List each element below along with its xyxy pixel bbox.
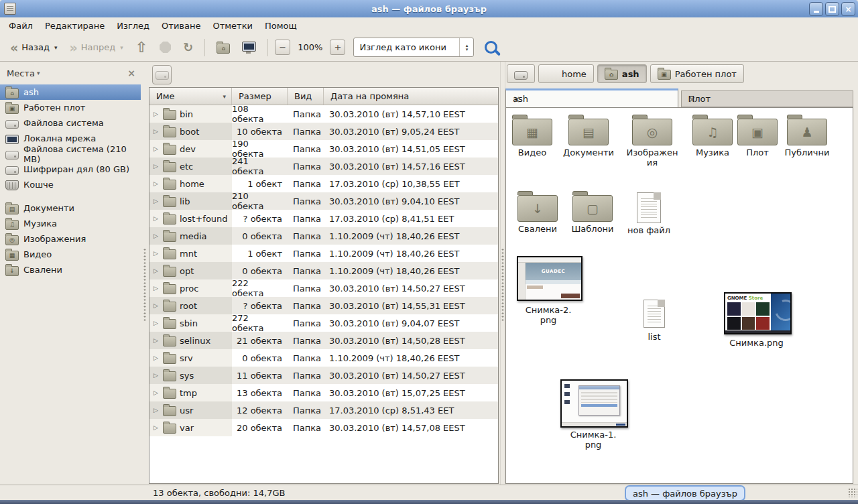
table-row[interactable]: ▷ opt 0 обекта Папка 1.10.2009 (чт) 18,4… <box>149 262 498 279</box>
expander-icon[interactable]: ▷ <box>154 355 160 361</box>
resize-grip[interactable] <box>848 488 857 497</box>
view-mode-select[interactable]: Изглед като икони ▴▾ <box>353 38 474 57</box>
maximize-button[interactable] <box>825 2 839 16</box>
file-item-public[interactable]: ♟ Публични <box>781 113 833 158</box>
table-row[interactable]: ▷ root ? обекта Папка 30.03.2010 (вт) 14… <box>149 297 498 314</box>
file-item-pictures[interactable]: ◎ Изображения <box>626 113 678 168</box>
table-row[interactable]: ▷ dev 190 обекта Папка 30.03.2010 (вт) 1… <box>149 140 498 158</box>
table-row[interactable]: ▷ lib 210 обекта Папка 30.03.2010 (вт) 9… <box>149 192 498 210</box>
expander-icon[interactable]: ▷ <box>154 215 160 222</box>
taskbar-window-button[interactable]: ash — файлов браузър <box>625 485 745 501</box>
home-button[interactable]: ⌂ <box>212 39 235 56</box>
up-button[interactable]: ⇧ <box>131 40 152 55</box>
expander-icon[interactable]: ▷ <box>154 128 160 135</box>
computer-button[interactable] <box>237 39 261 56</box>
menu-item[interactable]: Редактиране <box>39 19 111 33</box>
table-row[interactable]: ▷ media 0 обекта Папка 1.10.2009 (чт) 18… <box>149 227 498 245</box>
pathbar-button[interactable]: ⌂ ash <box>597 64 647 83</box>
column-header-size[interactable]: Размер <box>232 88 288 105</box>
column-header-type[interactable]: Вид <box>288 88 324 105</box>
sidebar-item[interactable]: Файлова система <box>0 115 141 131</box>
menu-item[interactable]: Помощ <box>259 19 303 33</box>
file-item-new-file[interactable]: нов файл <box>623 190 675 235</box>
file-item-video[interactable]: ▦ Видео <box>506 113 558 158</box>
file-item-snimka1-thumbnail[interactable] <box>560 379 628 428</box>
forward-button[interactable]: » Напред ▾ <box>64 40 127 55</box>
sidebar-item[interactable]: ▤ Документи <box>0 200 141 216</box>
close-button[interactable]: × <box>841 2 855 16</box>
root-location-button[interactable] <box>152 65 172 84</box>
column-header-name[interactable]: Име▾ <box>149 88 232 105</box>
search-icon[interactable] <box>485 41 497 54</box>
table-row[interactable]: ▷ proc 222 обекта Папка 30.03.2010 (вт) … <box>149 279 498 297</box>
table-row[interactable]: ▷ selinux 21 обекта Папка 30.03.2010 (вт… <box>149 332 498 349</box>
expander-icon[interactable]: ▷ <box>154 233 160 239</box>
file-label[interactable]: Снимка.png <box>717 338 796 348</box>
expander-icon[interactable]: ▷ <box>154 267 160 274</box>
stop-button[interactable] <box>155 39 176 56</box>
expander-icon[interactable]: ▷ <box>154 250 160 257</box>
expander-icon[interactable]: ▷ <box>154 424 160 431</box>
sidebar-item[interactable]: ▦ Видео <box>0 247 141 262</box>
back-history-dropdown-icon[interactable]: ▾ <box>54 44 58 51</box>
expander-icon[interactable]: ▷ <box>154 111 160 117</box>
places-close-icon[interactable]: × <box>127 68 135 78</box>
table-row[interactable]: ▷ boot 10 обекта Папка 30.03.2010 (вт) 9… <box>149 123 498 140</box>
file-item-snimka-thumbnail[interactable]: GNOME Store <box>724 292 792 334</box>
back-button[interactable]: « Назад ▾ <box>5 40 62 55</box>
expander-icon[interactable]: ▷ <box>154 163 160 170</box>
file-item-documents[interactable]: ▤ Документи <box>562 113 615 158</box>
expander-icon[interactable]: ▷ <box>154 285 160 292</box>
expander-icon[interactable]: ▷ <box>154 320 160 326</box>
menu-item[interactable]: Файл <box>3 19 39 33</box>
expander-icon[interactable]: ▷ <box>154 337 160 344</box>
file-label[interactable]: Снимка-2.png <box>517 305 580 325</box>
pathbar-button[interactable]: home <box>538 64 594 83</box>
sidebar-item[interactable]: Файлова система (210 MB) <box>0 146 141 162</box>
sidebar-item[interactable]: ▣ Работен плот <box>0 100 141 115</box>
file-label[interactable]: Снимка-1.png <box>570 430 617 450</box>
sidebar-splitter[interactable] <box>141 62 148 485</box>
column-header-date[interactable]: Дата на промяна <box>324 88 498 105</box>
expander-icon[interactable]: ▷ <box>154 407 160 414</box>
table-row[interactable]: ▷ bin 108 обекта Папка 30.03.2010 (вт) 1… <box>149 105 498 123</box>
sidebar-item[interactable]: Кошче <box>0 177 141 192</box>
menu-item[interactable]: Отиване <box>156 19 206 33</box>
sidebar-item[interactable]: ◎ Изображения <box>0 231 141 247</box>
expander-icon[interactable]: ▷ <box>154 145 160 152</box>
zoom-out-button[interactable]: − <box>275 40 290 55</box>
table-row[interactable]: ▷ tmp 13 обекта Папка 30.03.2010 (вт) 15… <box>149 384 498 401</box>
table-row[interactable]: ▷ srv 0 обекта Папка 1.10.2009 (чт) 18,4… <box>149 349 498 367</box>
sidebar-item[interactable]: ♫ Музика <box>0 216 141 231</box>
table-row[interactable]: ▷ usr 12 обекта Папка 17.03.2010 (ср) 8,… <box>149 401 498 419</box>
minimize-button[interactable] <box>809 2 823 16</box>
file-item-list[interactable]: list <box>634 300 674 342</box>
table-row[interactable]: ▷ sys 11 обекта Папка 30.03.2010 (вт) 14… <box>149 367 498 384</box>
expander-icon[interactable]: ▷ <box>154 372 160 379</box>
file-item-templates[interactable]: ▢ Шаблони <box>566 190 619 234</box>
table-row[interactable]: ▷ home 1 обект Папка 17.03.2010 (ср) 10,… <box>149 175 498 192</box>
table-row[interactable]: ▷ var 20 обекта Папка 30.03.2010 (вт) 14… <box>149 419 498 436</box>
expander-icon[interactable]: ▷ <box>154 198 160 204</box>
reload-button[interactable]: ↻ <box>178 40 198 55</box>
menu-item[interactable]: Отметки <box>206 19 258 33</box>
pathbar-button[interactable] <box>507 64 535 83</box>
menu-item[interactable]: Изглед <box>111 19 156 33</box>
sidebar-item[interactable]: ⌂ ash <box>0 84 141 100</box>
expander-icon[interactable]: ▷ <box>154 180 160 187</box>
file-item-downloads[interactable]: ↓ Свалени <box>511 190 564 234</box>
spinner-arrows-icon[interactable]: ▴▾ <box>459 38 473 56</box>
tab[interactable]: Плот × <box>681 90 854 107</box>
expander-icon[interactable]: ▷ <box>154 389 160 396</box>
places-dropdown-icon[interactable]: ▾ <box>37 70 127 76</box>
expander-icon[interactable]: ▷ <box>154 302 160 309</box>
table-row[interactable]: ▷ mnt 1 обект Папка 1.10.2009 (чт) 18,40… <box>149 245 498 262</box>
sidebar-item[interactable]: ↓ Свалени <box>0 262 141 277</box>
table-row[interactable]: ▷ etc 241 обекта Папка 30.03.2010 (вт) 1… <box>149 158 498 175</box>
file-item-snimka2-thumbnail[interactable]: GUADEC <box>517 256 583 301</box>
file-item-desktop[interactable]: ▣ Плот <box>731 113 784 158</box>
tab[interactable]: ash × <box>505 88 678 107</box>
sidebar-item[interactable]: Шифриран дял (80 GB) <box>0 162 141 177</box>
table-row[interactable]: ▷ sbin 272 обекта Папка 30.03.2010 (вт) … <box>149 314 498 332</box>
pane-splitter[interactable] <box>500 62 505 485</box>
